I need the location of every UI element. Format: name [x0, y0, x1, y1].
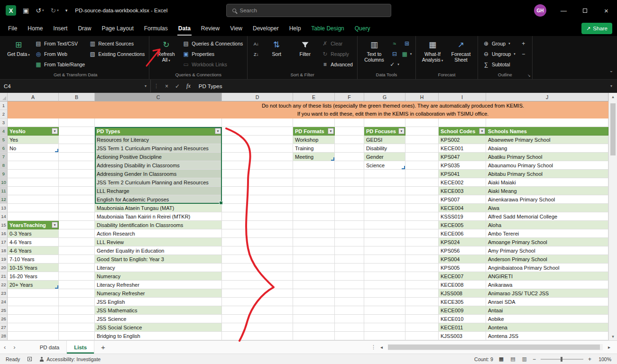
ribbon-tab-draw[interactable]: Draw	[73, 21, 96, 36]
cell-H13[interactable]	[405, 204, 439, 212]
cell-J21[interactable]: ANGIRETI	[486, 272, 608, 281]
cell-C20[interactable]: Literacy	[95, 264, 222, 272]
cell-I17[interactable]: KPS024	[439, 238, 486, 246]
cell-D20[interactable]	[222, 264, 293, 272]
cell-F22[interactable]	[335, 281, 364, 289]
cell-D7[interactable]	[222, 153, 293, 161]
ribbon-hide-detail-button[interactable]: −	[517, 49, 530, 59]
ribbon-what-if-analysis-button[interactable]: ▦What-If Analysis▾	[418, 38, 447, 63]
filter-dropdown-G4[interactable]: ▼	[398, 128, 405, 134]
zoom-percent[interactable]: 100%	[596, 356, 611, 362]
cell-C21[interactable]: Numeracy	[95, 272, 222, 281]
cell-A8[interactable]	[8, 161, 59, 170]
cell-F24[interactable]	[335, 298, 364, 306]
cell-I22[interactable]: KECE008	[439, 281, 486, 289]
cell-F3[interactable]	[335, 118, 364, 127]
cell-F5[interactable]	[335, 136, 364, 144]
undo-icon[interactable]: ↺▾	[36, 7, 44, 14]
cell-H10[interactable]	[405, 178, 439, 187]
horizontal-scroll-thumb[interactable]	[388, 345, 600, 350]
row-header-27[interactable]: 27	[0, 323, 8, 332]
cell-A18[interactable]: 4-6 Years	[8, 246, 59, 255]
cell-D14[interactable]	[222, 212, 293, 221]
cell-A4[interactable]: YesNo▼	[8, 127, 59, 136]
cell-H22[interactable]	[405, 281, 439, 289]
ribbon-flash-fill-button[interactable]: ≈	[388, 39, 401, 48]
cell-C24[interactable]: JSS English	[95, 298, 222, 306]
ribbon-refresh-all-button[interactable]: ↻Refresh All▾	[152, 38, 180, 63]
row-header-10[interactable]: 10	[0, 178, 8, 187]
cell-J1[interactable]	[486, 101, 608, 110]
row-header-2[interactable]: 2	[0, 110, 8, 118]
cell-E25[interactable]	[293, 306, 335, 315]
cell-B26[interactable]	[59, 315, 95, 323]
hscroll-right-icon[interactable]: ▸	[608, 345, 610, 350]
scroll-down-icon[interactable]: ▾	[609, 334, 617, 339]
cell-E3[interactable]	[293, 118, 335, 127]
cell-H4[interactable]	[405, 127, 439, 136]
cell-A21[interactable]: 16-20 Years	[8, 272, 59, 281]
cell-H19[interactable]	[405, 255, 439, 264]
sheet-nav-left-icon[interactable]: ‹	[0, 344, 9, 351]
cell-G16[interactable]	[364, 229, 405, 238]
cell-G22[interactable]	[364, 281, 405, 289]
cell-G3[interactable]	[364, 118, 405, 127]
ribbon-filter-button[interactable]: Filter	[291, 38, 319, 57]
cell-A14[interactable]	[8, 212, 59, 221]
cell-E20[interactable]	[293, 264, 335, 272]
dialog-launcher-icon[interactable]: ↘	[527, 73, 531, 78]
cell-I9[interactable]: KPS041	[439, 170, 486, 178]
ribbon-data-model-button[interactable]: ▦▾	[401, 49, 413, 59]
cell-C7[interactable]: Actioning Positive Discipline	[95, 153, 222, 161]
cell-I20[interactable]: KPS005	[439, 264, 486, 272]
accessibility-status[interactable]: Accessibility: Investigate	[46, 356, 101, 362]
zoom-in-icon[interactable]: +	[588, 356, 591, 363]
cell-H5[interactable]	[405, 136, 439, 144]
cell-E5[interactable]: Workshop	[293, 136, 335, 144]
ribbon-tab-formulas[interactable]: Formulas	[139, 21, 173, 36]
row-header-22[interactable]: 22	[0, 281, 8, 289]
cell-E27[interactable]	[293, 323, 335, 332]
filter-dropdown-E4[interactable]: ▼	[328, 128, 334, 134]
zoom-out-icon[interactable]: −	[533, 356, 536, 363]
cell-G2[interactable]	[364, 110, 405, 118]
cell-E24[interactable]	[293, 298, 335, 306]
tab-splitter-handle[interactable]: ⋮	[371, 344, 376, 350]
ribbon-tab-home[interactable]: Home	[22, 21, 48, 36]
avatar[interactable]: GH	[534, 4, 546, 17]
cell-B5[interactable]	[59, 136, 95, 144]
cell-E19[interactable]	[293, 255, 335, 264]
cell-J19[interactable]: Anderson Primary School	[486, 255, 608, 264]
cell-F8[interactable]	[335, 161, 364, 170]
cell-A5[interactable]: Yes	[8, 136, 59, 144]
cell-F27[interactable]	[335, 323, 364, 332]
row-header-18[interactable]: 18	[0, 246, 8, 255]
cell-D28[interactable]	[222, 332, 293, 340]
cell-B10[interactable]	[59, 178, 95, 187]
cell-J22[interactable]: Anikarawa	[486, 281, 608, 289]
cell-D8[interactable]	[222, 161, 293, 170]
cell-C17[interactable]: LLL Review	[95, 238, 222, 246]
row-header-25[interactable]: 25	[0, 306, 8, 315]
page-break-view-icon[interactable]: ▥	[521, 356, 528, 362]
cell-H14[interactable]	[405, 212, 439, 221]
cell-J14[interactable]: Alfred Sadd Memorial College	[486, 212, 608, 221]
ribbon-text-to-columns-button[interactable]: ▥Text to Columns	[360, 38, 388, 63]
cell-B9[interactable]	[59, 170, 95, 178]
scroll-up-icon[interactable]: ▴	[609, 94, 617, 99]
cell-I18[interactable]: KPS056	[439, 246, 486, 255]
cell-I16[interactable]: KECE006	[439, 229, 486, 238]
cell-F15[interactable]	[335, 221, 364, 229]
sheet-tab-lists[interactable]: Lists	[67, 341, 94, 354]
vertical-scrollbar[interactable]: ▴ ▾	[608, 93, 617, 340]
cell-A17[interactable]: 4-6 Years	[8, 238, 59, 246]
ribbon-tab-data[interactable]: Data	[173, 21, 196, 36]
row-header-17[interactable]: 17	[0, 238, 8, 246]
cell-J16[interactable]: Ambo Tererei	[486, 229, 608, 238]
cell-H20[interactable]	[405, 264, 439, 272]
cell-I15[interactable]: KECE005	[439, 221, 486, 229]
ribbon-tab-review[interactable]: Review	[196, 21, 225, 36]
cell-I5[interactable]: KPS002	[439, 136, 486, 144]
cell-I6[interactable]: KECE001	[439, 144, 486, 153]
cell-A24[interactable]	[8, 298, 59, 306]
